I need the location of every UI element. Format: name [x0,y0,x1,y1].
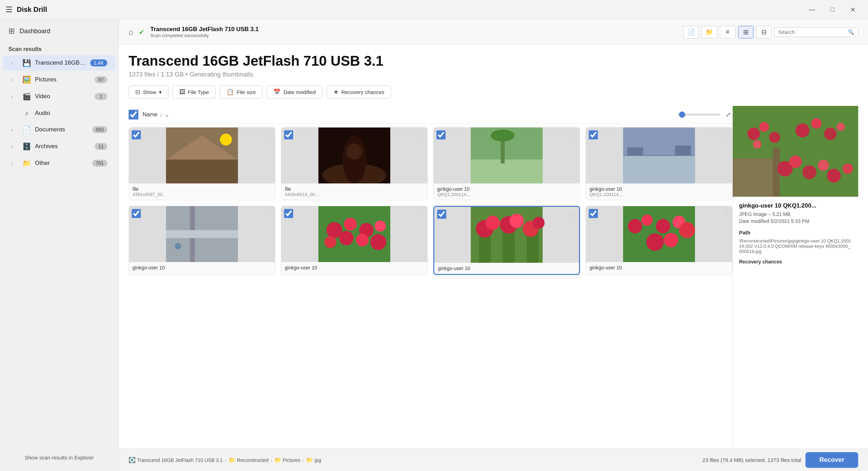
svg-point-37 [509,213,524,228]
name-column-header: Name ↓ ⌄ [143,111,169,118]
maximize-button[interactable]: □ [823,3,842,17]
chevron-icon: › [11,77,18,82]
show-filter-icon: ⊟ [135,88,140,96]
thumb-star[interactable]: ☆ [418,209,425,217]
search-input[interactable] [778,29,845,35]
thumb-filename: ginkgo-user 10 [437,186,576,192]
thumb-card[interactable]: ☆ ginkgo-user 10 [433,206,580,275]
thumb-checkbox[interactable] [132,130,141,139]
thumb-checkbox[interactable] [589,209,598,218]
thumb-filename: ginkgo-user 10 [438,266,576,271]
thumb-checkbox[interactable] [437,210,446,219]
detail-panel: ginkgo-user 10 QKQ1.200... JPEG Image – … [732,106,858,449]
device-title: Transcend 16GB JetFlash 710 USB 3.1 [150,26,259,33]
datemodified-filter-icon: 📅 [273,88,281,96]
sidebar-item-other[interactable]: › 📁 Other 701 [3,155,116,171]
thumb-checkbox[interactable] [132,209,141,218]
sidebar-item-audio[interactable]: › ♪ Audio [3,106,116,121]
filter-recoverychances-btn[interactable]: ★ Recovery chances [327,85,391,99]
select-all-checkbox[interactable] [129,110,138,119]
thumb-checkbox[interactable] [436,130,446,139]
folder-icon-btn[interactable]: 📁 [702,26,717,38]
thumb-star[interactable]: ☆ [266,130,272,139]
breadcrumb-item-pictures[interactable]: 📁 Pictures [274,457,301,463]
sidebar-item-documents[interactable]: › 📄 Documents 563 [3,122,116,137]
svg-point-52 [753,140,761,148]
sidebar-item-archives[interactable]: › 🗄️ Archives 11 [3,139,116,154]
thumb-star[interactable]: ☆ [723,130,729,139]
recover-button[interactable]: Recover [805,452,858,468]
thumb-image: ☆ [129,206,275,262]
search-box[interactable]: 🔍 [774,27,858,37]
thumb-info: file 4409x6614_00... [281,183,427,200]
filter-show-btn[interactable]: ⊟ Show ▾ [129,85,168,99]
close-button[interactable]: ✕ [843,3,862,17]
sidebar-item-dashboard[interactable]: ⊞ Dashboard [0,20,118,43]
breadcrumb-item-jpg[interactable]: 📁 jpg [306,457,321,463]
show-explorer-button[interactable]: Show scan results in Explorer [8,451,110,464]
filter-filesize-btn[interactable]: 📋 File size [220,85,262,99]
split-view-btn[interactable]: ⊟ [756,26,772,38]
sidebar-item-label: Documents [35,126,89,133]
sidebar-item-transcend[interactable]: › 💾 Transcend 16GB JetFlas... 1.4K [3,55,116,71]
status-bar: 💽 Transcend 16GB JetFlash 710 USB 3.1 › … [119,449,868,471]
minimize-button[interactable]: — [802,3,822,17]
sidebar-item-badge: 1 [95,93,107,100]
sort-icon[interactable]: ↓ [160,112,162,117]
video-icon: 🎬 [22,92,31,101]
list-view-btn[interactable]: ≡ [720,26,735,38]
thumb-card[interactable]: ☆ ginkgo-user 10 QKQ1.200114.... [586,127,732,200]
menu-icon[interactable]: ☰ [6,5,13,14]
thumb-star[interactable]: ☆ [571,130,577,139]
search-icon: 🔍 [848,29,854,35]
thumb-card[interactable]: ☆ file 4409x6614_00... [281,127,428,200]
svg-point-35 [485,216,500,230]
zoom-slider[interactable] [678,114,720,116]
sidebar-item-badge: 97 [95,76,107,83]
thumb-checkbox[interactable] [284,130,293,139]
svg-rect-16 [675,145,691,155]
slider-thumb[interactable] [679,111,685,118]
svg-rect-13 [623,155,695,183]
filter-datemodified-btn[interactable]: 📅 Date modified [267,85,323,99]
thumb-info: ginkgo-user 10 [586,262,732,273]
main-layout: ⊞ Dashboard Scan results › 💾 Transcend 1… [0,20,868,471]
svg-point-3 [220,133,232,145]
sidebar-item-label: Transcend 16GB JetFlas... [35,59,87,66]
grid-expand-button[interactable]: ⤢ [724,109,732,120]
app-title: Disk Drill [17,6,47,14]
sidebar-item-pictures[interactable]: › 🖼️ Pictures 97 [3,72,116,87]
breadcrumb-item-reconstructed[interactable]: 📁 Reconstructed [229,457,268,463]
device-subtitle: Scan completed successfully [150,33,259,38]
thumb-card[interactable]: ☆ ginkgo-user 10 QKQ1.200114.... [433,127,580,200]
svg-point-64 [842,164,853,174]
file-icon-btn[interactable]: 📄 [683,26,699,38]
pictures-icon: 🖼️ [22,75,31,84]
grid-view-btn[interactable]: ⊞ [738,26,753,38]
svg-point-45 [679,222,695,238]
sidebar-item-video[interactable]: › 🎬 Video 1 [3,89,116,104]
filter-filetype-btn[interactable]: 🖼 File Type [173,85,216,99]
folder-breadcrumb-icon: 📁 [229,457,236,463]
home-icon[interactable]: ⌂ [129,28,133,37]
thumb-card[interactable]: ☆ ginkgo-user 10 [586,206,732,275]
chevron-icon: › [11,127,18,132]
sidebar-item-badge: 563 [92,126,107,133]
thumb-checkbox[interactable] [589,130,598,139]
thumb-card[interactable]: ☆ ginkgo-user 10 [129,206,275,275]
breadcrumb-item-drive[interactable]: 💽 Transcend 16GB JetFlash 710 USB 3.1 [129,457,223,463]
thumb-card[interactable]: ☆ ginkgo-user 10 [281,206,428,275]
svg-point-20 [175,243,181,249]
thumb-star[interactable]: ☆ [723,209,729,217]
thumb-star[interactable]: ☆ [570,210,576,218]
thumb-star[interactable]: ☆ [266,209,272,217]
expand-icon[interactable]: ⌄ [164,111,169,118]
thumb-star[interactable]: ☆ [418,130,425,139]
thumb-checkbox[interactable] [284,209,293,218]
drive-icon: 💾 [22,59,31,67]
svg-point-56 [837,123,845,131]
thumb-info: ginkgo-user 10 [129,262,275,273]
svg-point-53 [796,123,810,137]
thumb-card[interactable]: ☆ file 4391x6587_00... [129,127,275,200]
other-icon: 📁 [22,159,31,167]
